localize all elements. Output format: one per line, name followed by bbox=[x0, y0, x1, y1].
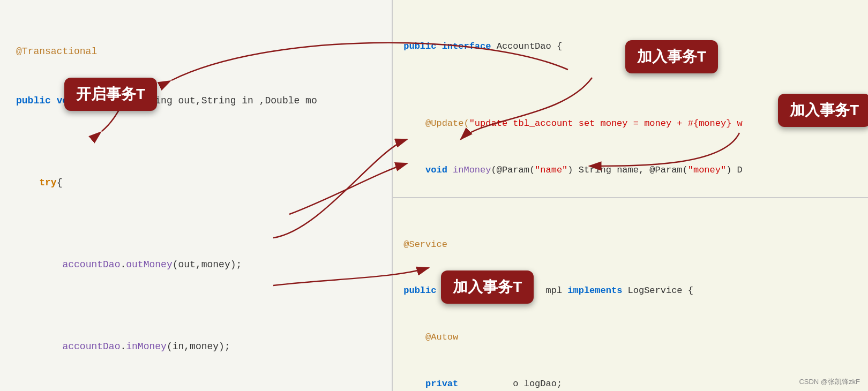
main-container: @Transactional public void transfer(Stri… bbox=[0, 0, 868, 391]
rb-line-3: @Autow bbox=[403, 330, 857, 345]
callout-join-transaction-3: 加入事务T bbox=[441, 270, 534, 304]
line-1: @Transactional bbox=[16, 43, 376, 60]
line-4: try{ bbox=[16, 175, 376, 191]
watermark: CSDN @张凯锋zkF bbox=[799, 377, 860, 387]
rt-line-4: void inMoney(@Param("name") String name,… bbox=[403, 163, 857, 178]
left-panel: @Transactional public void transfer(Stri… bbox=[0, 0, 393, 391]
callout-start-transaction: 开启事务T bbox=[64, 78, 157, 111]
rb-line-4: privat o logDao; bbox=[403, 377, 857, 391]
right-bottom-panel: @Service public cla mpl implements LogSe… bbox=[393, 198, 868, 391]
left-code: @Transactional public void transfer(Stri… bbox=[16, 11, 376, 391]
callout-join-transaction-2: 加入事务T bbox=[778, 94, 868, 127]
line-8: accountDao.inMoney(in,money); bbox=[16, 339, 376, 355]
right-container: public interface AccountDao { @Update("u… bbox=[393, 0, 868, 391]
right-top-panel: public interface AccountDao { @Update("u… bbox=[393, 0, 868, 198]
callout-join-transaction-1: 加入事务T bbox=[625, 40, 718, 73]
rb-line-1: @Service bbox=[403, 237, 857, 253]
line-6: accountDao.outMoney(out,money); bbox=[16, 257, 376, 273]
